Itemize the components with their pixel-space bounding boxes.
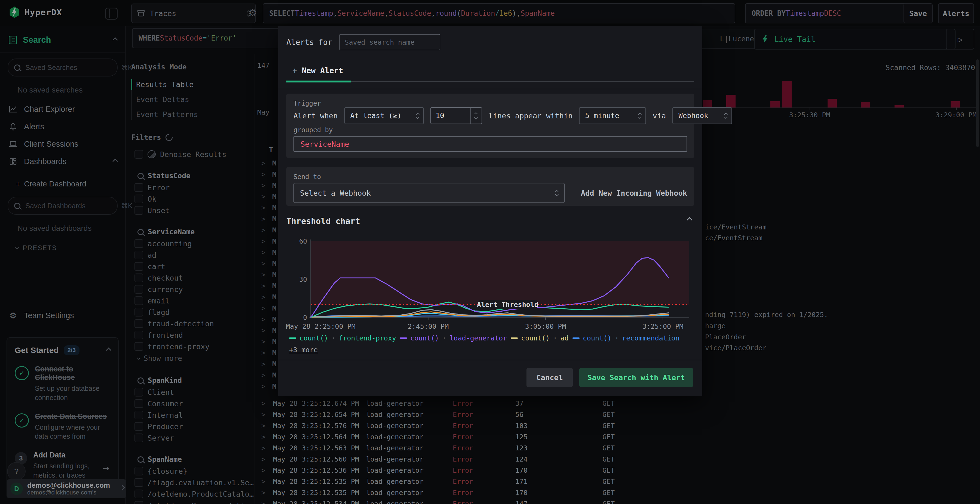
legend-item[interactable]: count() · recommendation [573, 334, 679, 342]
grouped-by-label: grouped by [293, 126, 333, 134]
chevron-up-down-icon [639, 113, 641, 118]
alert-when-text: Alert when [293, 111, 338, 120]
collapse-chart-icon[interactable] [687, 217, 692, 223]
svg-text:60: 60 [299, 238, 307, 245]
active-tab-indicator [286, 81, 351, 83]
svg-text:2:45:00 PM: 2:45:00 PM [408, 323, 449, 331]
condition-select[interactable]: At least (≥) [344, 107, 424, 124]
trigger-label: Trigger [293, 100, 321, 107]
modal-footer: Cancel Save Search with Alert [278, 360, 702, 396]
webhook-select[interactable]: Select a Webhook [293, 183, 565, 203]
svg-text:0: 0 [303, 314, 307, 321]
saved-search-name-input[interactable] [339, 34, 440, 50]
send-to-section: Send to Select a Webhook Add New Incomin… [286, 167, 694, 206]
svg-text:3:25:00 PM: 3:25:00 PM [643, 323, 684, 331]
number-stepper[interactable] [470, 108, 482, 124]
channel-select[interactable]: Webhook [672, 107, 732, 124]
threshold-value-input[interactable] [430, 107, 482, 124]
tab-track [351, 81, 694, 82]
chevron-up-down-icon [725, 113, 727, 118]
svg-text:3:05:00 PM: 3:05:00 PM [525, 323, 566, 331]
chevron-up-down-icon [417, 113, 419, 118]
threshold-value-field[interactable] [431, 108, 470, 124]
save-search-with-alert-button[interactable]: Save Search with Alert [579, 368, 693, 387]
chart-legend: count() · frontend-proxy count() · load-… [289, 334, 697, 354]
legend-swatch [573, 337, 579, 339]
via-text: via [652, 111, 666, 120]
legend-swatch [400, 337, 407, 339]
legend-swatch [511, 337, 518, 339]
cancel-button[interactable]: Cancel [527, 368, 573, 387]
send-to-label: Send to [293, 173, 321, 181]
time-window-select[interactable]: 5 minute [579, 107, 646, 124]
tab-new-alert[interactable]: + New Alert [293, 66, 343, 75]
modal-title: Alerts for [286, 38, 332, 47]
svg-text:May 28 2:25:00 PM: May 28 2:25:00 PM [286, 323, 356, 331]
legend-more-link[interactable]: +3 more [289, 346, 318, 354]
threshold-chart-title: Threshold chart [286, 216, 360, 226]
chevron-up-down-icon [555, 191, 558, 196]
group-by-value: ServiceName [301, 140, 349, 148]
svg-text:Alert Threshold: Alert Threshold [477, 301, 538, 308]
legend-item[interactable]: count() · frontend-proxy [289, 334, 396, 342]
alert-modal: Alerts for + New Alert Trigger Alert whe… [278, 26, 702, 396]
svg-text:30: 30 [299, 276, 307, 283]
legend-item[interactable]: count() · load-generator [400, 334, 507, 342]
add-webhook-link[interactable]: Add New Incoming Webhook [581, 189, 687, 197]
trigger-section: Trigger Alert when At least (≥) lines ap… [286, 94, 694, 158]
threshold-chart: 03060May 28 2:25:00 PM2:45:00 PM3:05:00 … [278, 234, 702, 348]
lines-within-text: lines appear within [488, 111, 573, 120]
legend-item[interactable]: count() · ad [511, 334, 569, 342]
legend-swatch [289, 337, 296, 339]
hyperdx-app: HyperDX Traces ⚙ SELECT Timestamp,Servic… [0, 0, 980, 504]
plus-icon: + [293, 66, 297, 75]
group-by-input[interactable]: ServiceName [293, 136, 687, 152]
